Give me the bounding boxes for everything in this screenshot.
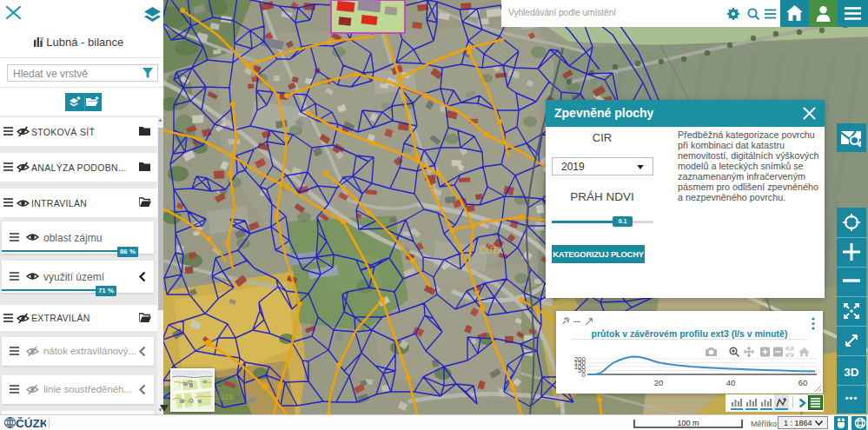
svg-text:60: 60 (798, 378, 808, 387)
svg-text:ČÚZK: ČÚZK (480, 245, 504, 255)
svg-text:ČÚZK: ČÚZK (16, 417, 46, 430)
svg-text:0: 0 (582, 371, 586, 379)
svg-text:100 m: 100 m (677, 419, 699, 427)
svg-text:ČÚZK: ČÚZK (213, 393, 235, 401)
svg-text:40: 40 (726, 378, 736, 387)
svg-text:20: 20 (654, 378, 664, 387)
